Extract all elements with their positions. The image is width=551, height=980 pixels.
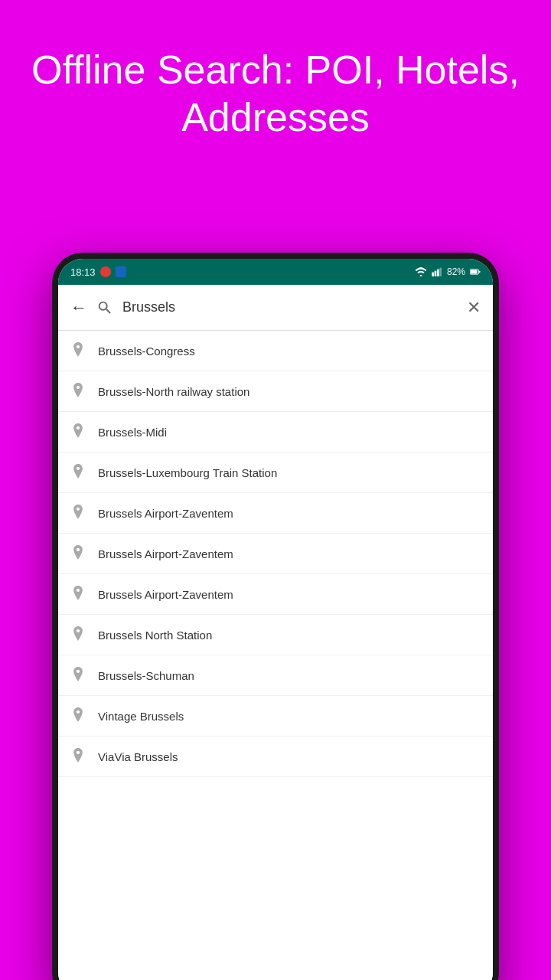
- pin-icon-10: [70, 747, 86, 766]
- phone-screen: 18:13 82%: [58, 259, 493, 980]
- clear-button[interactable]: ✕: [467, 298, 481, 318]
- phone-frame: 18:13 82%: [52, 253, 499, 980]
- svg-point-0: [420, 275, 422, 276]
- signal-icon: [432, 267, 442, 276]
- status-time: 18:13: [70, 266, 96, 278]
- list-item[interactable]: Brussels Airport-Zaventem: [58, 534, 493, 574]
- app-icon-1: [100, 266, 111, 277]
- pin-icon-1: [70, 382, 86, 400]
- list-item[interactable]: Brussels Airport-Zaventem: [58, 574, 493, 615]
- list-item[interactable]: Vintage Brussels: [58, 696, 493, 737]
- list-item[interactable]: Brussels Airport-Zaventem: [58, 493, 493, 534]
- list-item[interactable]: Brussels-Schuman: [58, 655, 493, 696]
- result-text: Brussels Airport-Zaventem: [98, 507, 233, 520]
- list-item[interactable]: Brussels North Station: [58, 615, 493, 655]
- header-title: Offline Search: POI, Hotels, Addresses: [31, 47, 520, 139]
- result-text: Brussels North Station: [98, 629, 212, 642]
- result-text: Brussels-North railway station: [98, 385, 249, 398]
- result-text: Brussels Airport-Zaventem: [98, 547, 233, 560]
- search-bar: ← ✕: [58, 285, 493, 331]
- search-icon: [96, 299, 113, 316]
- pin-icon-3: [70, 463, 86, 482]
- svg-rect-3: [437, 270, 439, 276]
- wifi-icon: [415, 267, 427, 276]
- result-text: Brussels-Luxembourg Train Station: [98, 466, 277, 479]
- result-text: ViaVia Brussels: [98, 750, 178, 763]
- pin-icon-2: [70, 423, 86, 441]
- list-item[interactable]: Brussels-Congress: [58, 331, 493, 371]
- svg-rect-2: [435, 271, 437, 276]
- result-text: Brussels-Congress: [98, 345, 195, 358]
- pin-icon-9: [70, 707, 86, 725]
- status-bar: 18:13 82%: [58, 259, 493, 285]
- list-item[interactable]: Brussels-Midi: [58, 412, 493, 452]
- pin-icon-8: [70, 666, 86, 684]
- result-text: Vintage Brussels: [98, 710, 184, 723]
- battery-icon: [470, 268, 481, 276]
- svg-rect-6: [471, 270, 478, 273]
- svg-rect-1: [432, 273, 434, 276]
- result-text: Brussels-Midi: [98, 426, 167, 439]
- search-input[interactable]: [122, 299, 458, 315]
- page-header: Offline Search: POI, Hotels, Addresses: [0, 0, 551, 172]
- pin-icon-0: [70, 341, 86, 360]
- battery-level: 82%: [447, 266, 465, 277]
- list-item[interactable]: Brussels-North railway station: [58, 371, 493, 412]
- results-list: Brussels-Congress Brussels-North railway…: [58, 331, 493, 980]
- svg-rect-4: [439, 268, 442, 276]
- result-text: Brussels Airport-Zaventem: [98, 588, 233, 601]
- pin-icon-7: [70, 626, 86, 644]
- list-item[interactable]: Brussels-Luxembourg Train Station: [58, 452, 493, 493]
- pin-icon-4: [70, 504, 86, 522]
- list-item[interactable]: ViaVia Brussels: [58, 737, 493, 777]
- back-button[interactable]: ←: [70, 298, 87, 318]
- pin-icon-6: [70, 585, 86, 603]
- app-icon-2: [116, 266, 126, 277]
- svg-rect-7: [478, 271, 480, 273]
- pin-icon-5: [70, 544, 86, 563]
- result-text: Brussels-Schuman: [98, 669, 194, 682]
